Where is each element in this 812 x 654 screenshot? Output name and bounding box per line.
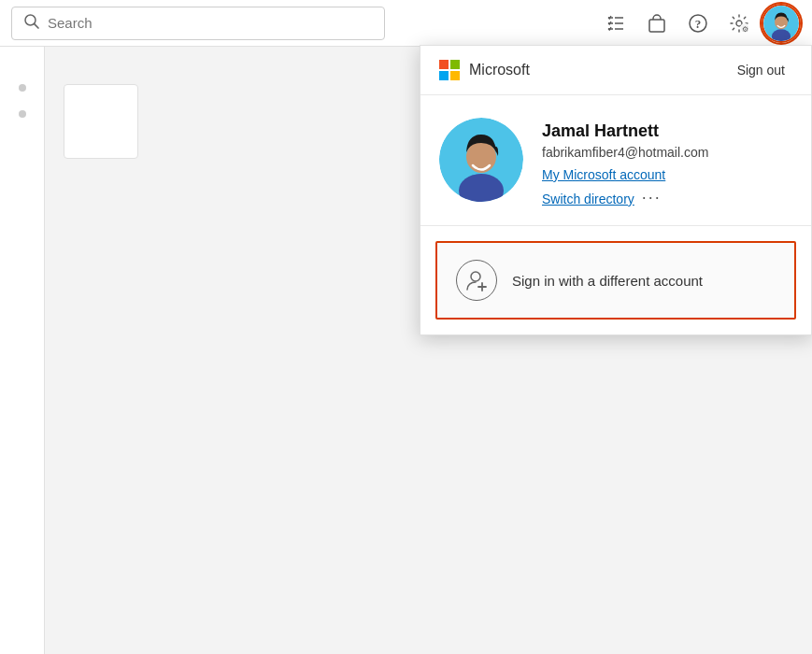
ms-logo-green (450, 60, 460, 69)
search-input[interactable] (48, 15, 373, 31)
profile-section: Jamal Hartnett fabrikamfiber4@hotmail.co… (420, 95, 811, 226)
main-content: Microsoft Sign out (45, 47, 812, 654)
search-box[interactable] (11, 7, 385, 40)
switch-directory-link[interactable]: Switch directory (542, 192, 634, 206)
my-microsoft-account-link[interactable]: My Microsoft account (542, 167, 708, 182)
topbar-icons: ? ⚙ (597, 4, 801, 43)
user-dropdown-panel: Microsoft Sign out (420, 45, 812, 335)
profile-email: fabrikamfiber4@hotmail.com (542, 145, 708, 160)
microsoft-logo: Microsoft (439, 60, 530, 80)
svg-rect-8 (649, 20, 664, 32)
switch-row: Switch directory ··· (542, 188, 708, 206)
dropdown-header: Microsoft Sign out (420, 46, 811, 95)
svg-line-1 (35, 23, 38, 27)
profile-info: Jamal Hartnett fabrikamfiber4@hotmail.co… (542, 118, 708, 206)
sign-in-different-label: Sign in with a different account (512, 273, 703, 289)
help-button[interactable]: ? (679, 5, 717, 42)
svg-text:⚙: ⚙ (742, 24, 748, 33)
profile-avatar (439, 118, 523, 202)
settings-button[interactable]: ⚙ (720, 5, 758, 42)
svg-point-21 (471, 272, 480, 281)
user-avatar-button[interactable] (762, 4, 801, 43)
profile-name: Jamal Hartnett (542, 121, 708, 141)
ms-logo-blue (439, 71, 449, 80)
microsoft-label: Microsoft (469, 62, 530, 78)
topbar: ? ⚙ (0, 0, 812, 47)
ms-grid-logo (439, 60, 460, 80)
search-icon (23, 13, 40, 34)
svg-text:?: ? (695, 17, 702, 31)
ms-logo-red (439, 60, 449, 69)
sign-out-button[interactable]: Sign out (730, 59, 792, 81)
sidebar-dots (0, 47, 44, 118)
sign-in-different-button[interactable]: Sign in with a different account (435, 241, 796, 320)
page-body: Microsoft Sign out (0, 47, 812, 654)
more-options-button[interactable]: ··· (642, 189, 662, 206)
ms-logo-yellow (450, 71, 460, 80)
add-account-icon (456, 260, 497, 301)
sidebar-dot (19, 110, 26, 118)
sidebar-stub (0, 47, 45, 654)
tasks-button[interactable] (597, 5, 634, 42)
bag-button[interactable] (638, 5, 676, 42)
sidebar-dot (19, 84, 26, 92)
content-card (64, 84, 138, 159)
